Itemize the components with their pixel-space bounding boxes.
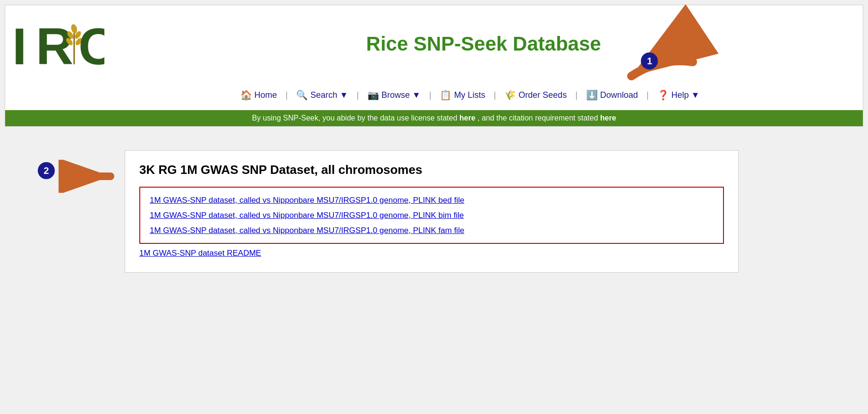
nav-search[interactable]: 🔍 Search ▼ (292, 87, 352, 103)
site-title: Rice SNP-Seek Database (114, 33, 853, 55)
annotation-number-2: 2 (38, 162, 55, 179)
arrow-1-svg (622, 52, 698, 100)
orderseeds-icon: 🌾 (504, 89, 516, 101)
browse-dropdown-icon: ▼ (412, 90, 421, 100)
nav-home[interactable]: 🏠 Home (237, 87, 281, 103)
annotation-2-container: 2 (38, 160, 120, 193)
dataset-link-bed[interactable]: 1M GWAS-SNP dataset, called vs Nipponbar… (150, 195, 714, 206)
here-link-2[interactable]: here (600, 114, 616, 122)
svg-text:R: R (36, 17, 73, 71)
nav-orderseeds[interactable]: 🌾 Order Seeds (501, 87, 570, 103)
content-box: 3K RG 1M GWAS SNP Dataset, all chromosom… (125, 150, 739, 273)
logo-svg: I R C (10, 10, 104, 71)
nav-bar: 🏠 Home | 🔍 Search ▼ | 📷 Browse ▼ | 📋 My … (5, 82, 863, 110)
svg-text:I: I (12, 17, 27, 71)
here-link-1[interactable]: here (460, 114, 476, 122)
logo: I R C (10, 10, 104, 78)
license-banner: By using SNP-Seek, you abide by the data… (5, 110, 863, 126)
browse-icon: 📷 (367, 89, 379, 101)
header-top: I R C (5, 5, 863, 82)
mylists-icon: 📋 (440, 89, 451, 101)
dataset-link-readme[interactable]: 1M GWAS-SNP dataset README (139, 249, 724, 258)
highlighted-links-box: 1M GWAS-SNP dataset, called vs Nipponbar… (139, 187, 724, 244)
dataset-link-bim[interactable]: 1M GWAS-SNP dataset, called vs Nipponbar… (150, 210, 714, 221)
header-container: I R C (5, 5, 863, 127)
dataset-link-fam[interactable]: 1M GWAS-SNP dataset, called vs Nipponbar… (150, 225, 714, 236)
home-icon: 🏠 (240, 89, 252, 101)
nav-browse[interactable]: 📷 Browse ▼ (364, 87, 425, 103)
search-icon: 🔍 (296, 89, 308, 101)
svg-text:C: C (78, 17, 104, 71)
content-wrapper: 2 3K RG 1M GWAS SNP Dataset, all chromos… (38, 150, 830, 273)
nav-mylists[interactable]: 📋 My Lists (436, 87, 489, 103)
download-icon: ⬇️ (586, 89, 598, 101)
arrow-2-svg (59, 160, 120, 193)
logo-area: I R C (10, 10, 104, 78)
search-dropdown-icon: ▼ (340, 90, 348, 100)
dataset-title: 3K RG 1M GWAS SNP Dataset, all chromosom… (139, 163, 724, 177)
